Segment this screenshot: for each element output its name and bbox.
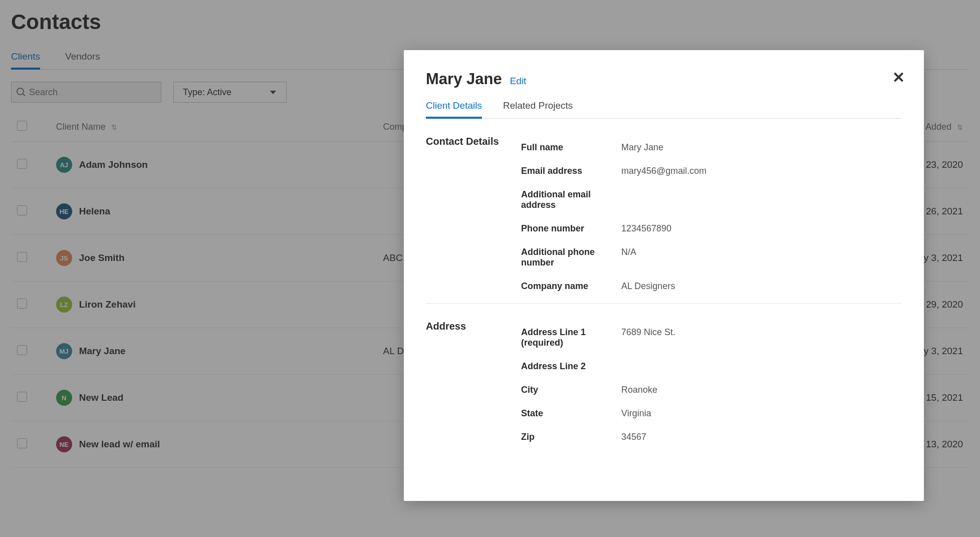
value-additional-phone: N/A xyxy=(621,247,636,268)
field-phone: Phone number 1234567890 xyxy=(521,217,902,240)
client-details-modal: ✕ Mary Jane Edit Client Details Related … xyxy=(404,50,924,501)
field-additional-phone: Additional phone number N/A xyxy=(521,240,902,275)
modal-tabs: Client Details Related Projects xyxy=(426,100,902,119)
section-address: Address Address Line 1 (required) 7689 N… xyxy=(426,321,902,449)
tab-client-details[interactable]: Client Details xyxy=(426,100,482,118)
value-email: mary456@gmail.com xyxy=(621,166,706,176)
value-zip: 34567 xyxy=(621,432,646,442)
field-company: Company name AL Designers xyxy=(521,275,902,298)
value-full-name: Mary Jane xyxy=(621,142,663,153)
label-additional-phone: Additional phone number xyxy=(521,247,621,268)
label-zip: Zip xyxy=(521,432,621,442)
label-city: City xyxy=(521,385,621,395)
value-company: AL Designers xyxy=(621,281,675,292)
label-address-line1: Address Line 1 (required) xyxy=(521,327,621,348)
label-email: Email address xyxy=(521,166,621,176)
field-address-line2: Address Line 2 xyxy=(521,355,902,378)
field-email: Email address mary456@gmail.com xyxy=(521,159,902,183)
value-phone: 1234567890 xyxy=(621,223,671,234)
section-divider xyxy=(426,303,902,304)
modal-title: Mary Jane xyxy=(426,70,502,88)
field-address-line1: Address Line 1 (required) 7689 Nice St. xyxy=(521,321,902,355)
value-address-line1: 7689 Nice St. xyxy=(621,327,675,348)
section-heading-contact: Contact Details xyxy=(426,136,506,298)
label-address-line2: Address Line 2 xyxy=(521,361,621,372)
label-state: State xyxy=(521,408,621,419)
label-additional-email: Additional email address xyxy=(521,189,621,210)
field-zip: Zip 34567 xyxy=(521,425,902,449)
tab-related-projects[interactable]: Related Projects xyxy=(503,100,573,118)
section-heading-address: Address xyxy=(426,321,506,449)
field-additional-email: Additional email address xyxy=(521,183,902,217)
value-city: Roanoke xyxy=(621,385,657,395)
section-contact-details: Contact Details Full name Mary Jane Emai… xyxy=(426,136,902,298)
close-icon[interactable]: ✕ xyxy=(892,70,905,85)
label-phone: Phone number xyxy=(521,223,621,234)
value-state: Virginia xyxy=(621,408,651,419)
label-full-name: Full name xyxy=(521,142,621,153)
edit-link[interactable]: Edit xyxy=(510,76,527,87)
label-company: Company name xyxy=(521,281,621,292)
field-full-name: Full name Mary Jane xyxy=(521,136,902,159)
field-state: State Virginia xyxy=(521,402,902,425)
field-city: City Roanoke xyxy=(521,378,902,402)
